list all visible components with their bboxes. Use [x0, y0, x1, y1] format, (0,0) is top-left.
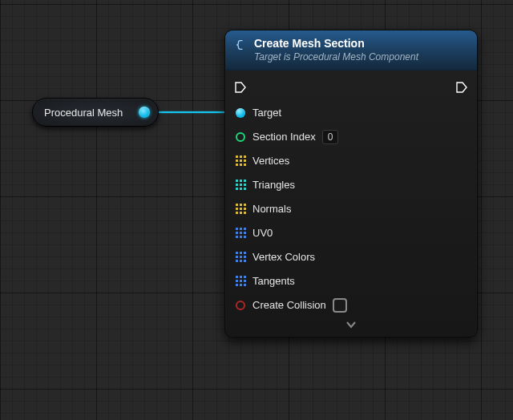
pin-create-collision[interactable] [235, 300, 246, 311]
pin-label-tangents: Tangents [252, 275, 295, 287]
function-icon [233, 38, 248, 52]
pin-row-vertices: Vertices [235, 149, 467, 173]
pin-tangents[interactable] [235, 276, 246, 287]
pin-row-normals: Normals [235, 197, 467, 221]
function-node-header[interactable]: Create Mesh Section Target is Procedural… [225, 30, 477, 71]
pin-label-triangles: Triangles [252, 179, 295, 191]
pin-label-target: Target [252, 107, 281, 119]
function-node-title: Create Mesh Section [254, 37, 418, 51]
pin-row-uv0: UV0 [235, 221, 467, 245]
exec-pin-in[interactable] [235, 82, 246, 93]
variable-node-label: Procedural Mesh [44, 107, 123, 119]
pin-normals[interactable] [235, 204, 246, 215]
function-node-create-mesh-section[interactable]: Create Mesh Section Target is Procedural… [224, 30, 478, 337]
pin-uv0[interactable] [235, 228, 246, 239]
function-node-subtitle: Target is Procedural Mesh Component [254, 51, 418, 63]
pin-label-vertices: Vertices [252, 155, 289, 167]
function-node-body: Target Section Index 0 Vertices Triangle… [225, 71, 477, 337]
pin-row-target: Target [235, 101, 467, 125]
variable-node-procedural-mesh[interactable]: Procedural Mesh [32, 98, 159, 127]
pin-row-tangents: Tangents [235, 269, 467, 293]
pin-row-vertex-colors: Vertex Colors [235, 245, 467, 269]
pin-vertices[interactable] [235, 155, 246, 167]
expand-node-button[interactable] [235, 317, 467, 330]
pin-row-create-collision: Create Collision [235, 293, 467, 317]
pin-label-uv0: UV0 [252, 227, 273, 239]
pin-triangles[interactable] [235, 180, 246, 191]
pin-section-index[interactable] [235, 131, 246, 143]
pin-target[interactable] [235, 107, 246, 119]
wire-proceduralmesh-to-target [156, 111, 229, 113]
exec-pin-out[interactable] [456, 82, 467, 93]
pin-row-section-index: Section Index 0 [235, 125, 467, 149]
output-pin-object[interactable] [139, 107, 150, 118]
section-index-field[interactable]: 0 [322, 130, 339, 144]
pin-label-vertex-colors: Vertex Colors [252, 251, 315, 263]
pin-label-normals: Normals [252, 203, 291, 215]
pin-vertex-colors[interactable] [235, 252, 246, 263]
create-collision-checkbox[interactable] [333, 298, 347, 313]
pin-label-section-index: Section Index [252, 131, 316, 143]
pin-row-triangles: Triangles [235, 173, 467, 197]
pin-label-create-collision: Create Collision [252, 299, 326, 311]
